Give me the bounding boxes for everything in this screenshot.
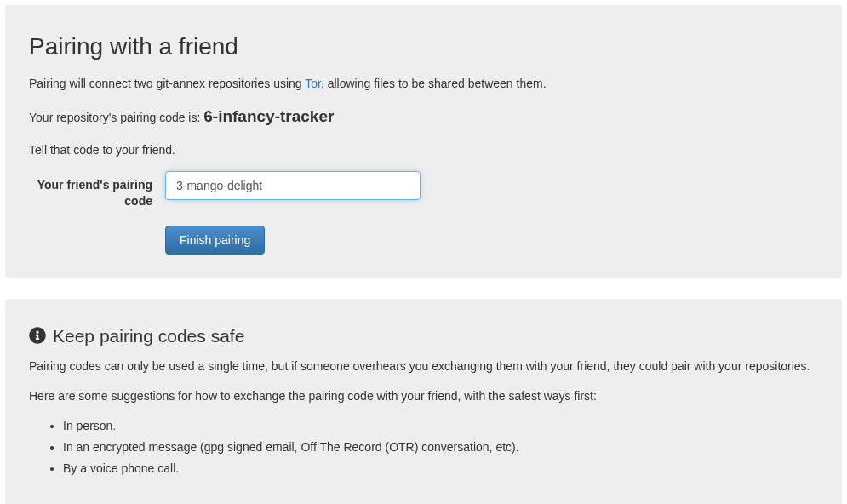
advice-p1: Pairing codes can only be used a single …: [29, 358, 818, 375]
list-item: In an encrypted message (gpg signed emai…: [63, 438, 818, 456]
tor-link[interactable]: Tor: [305, 77, 321, 90]
intro-paragraph: Pairing will connect two git-annex repos…: [29, 75, 818, 93]
intro-text-before: Pairing will connect two git-annex repos…: [29, 77, 305, 90]
friend-code-row: Your friend's pairing code: [29, 171, 818, 210]
advice-p2: Here are some suggestions for how to exc…: [29, 387, 818, 405]
advice-heading-text: Keep pairing codes safe: [53, 323, 244, 350]
pairing-code-prefix: Your repository's pairing code is:: [29, 111, 203, 124]
friend-code-input-wrap: [165, 171, 421, 200]
info-icon: [29, 327, 46, 344]
advice-panel: Keep pairing codes safe Pairing codes ca…: [5, 299, 842, 504]
tell-friend-text: Tell that code to your friend.: [29, 141, 818, 159]
advice-heading: Keep pairing codes safe: [29, 323, 818, 350]
intro-text-after: , allowing files to be shared between th…: [321, 77, 547, 90]
list-item: By a voice phone call.: [63, 460, 818, 478]
page-title: Pairing with a friend: [29, 29, 818, 65]
list-item: In person.: [63, 417, 818, 435]
friend-code-input[interactable]: [165, 171, 421, 200]
pairing-panel: Pairing with a friend Pairing will conne…: [5, 5, 842, 278]
finish-pairing-button[interactable]: Finish pairing: [165, 226, 265, 255]
pairing-code-line: Your repository's pairing code is: 6-inf…: [29, 105, 818, 129]
submit-row: Finish pairing: [29, 226, 818, 255]
friend-code-label: Your friend's pairing code: [29, 171, 165, 210]
pairing-code-value: 6-infancy-tracker: [203, 107, 334, 125]
advice-list: In person. In an encrypted message (gpg …: [29, 417, 818, 478]
